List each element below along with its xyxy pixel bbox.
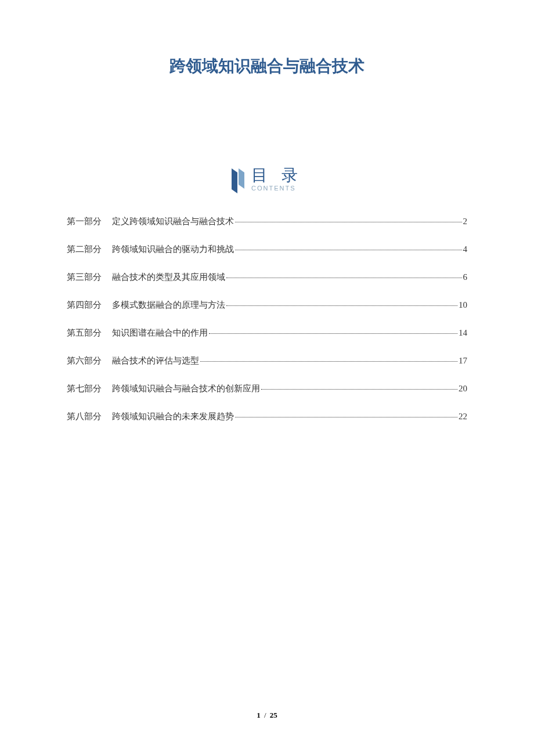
toc-item-title: 定义跨领域知识融合与融合技术 <box>112 216 234 227</box>
toc-page-number: 14 <box>459 328 467 338</box>
toc-entry[interactable]: 第一部分 定义跨领域知识融合与融合技术 2 <box>67 216 467 227</box>
current-page-number: 1 <box>257 711 261 719</box>
toc-part-label: 第四部分 <box>67 300 102 311</box>
toc-header: 目 录 CONTENTS <box>0 167 534 193</box>
toc-item-title: 跨领域知识融合与融合技术的创新应用 <box>112 383 260 394</box>
toc-entry[interactable]: 第五部分 知识图谱在融合中的作用 14 <box>67 327 467 339</box>
toc-item-title: 融合技术的评估与选型 <box>112 355 199 366</box>
toc-page-number: 22 <box>459 412 467 422</box>
toc-page-number: 17 <box>459 356 467 366</box>
toc-part-label: 第一部分 <box>67 216 102 227</box>
toc-item-title: 融合技术的类型及其应用领域 <box>112 272 225 283</box>
toc-banner-icon <box>232 168 246 193</box>
toc-part-label: 第三部分 <box>67 272 102 283</box>
toc-page-number: 4 <box>463 244 468 254</box>
toc-part-label: 第八部分 <box>67 411 102 422</box>
toc-part-label: 第七部分 <box>67 383 102 394</box>
toc-leader-dots <box>209 333 457 334</box>
page-title: 跨领域知识融合与融合技术 <box>0 0 534 77</box>
toc-leader-dots <box>235 250 462 250</box>
toc-entry[interactable]: 第二部分 跨领域知识融合的驱动力和挑战 4 <box>67 244 467 255</box>
toc-leader-dots <box>226 278 462 278</box>
toc-leader-dots <box>200 361 457 362</box>
toc-leader-dots <box>261 389 457 390</box>
toc-heading-cn: 目 录 <box>251 167 302 183</box>
toc-entry[interactable]: 第四部分 多模式数据融合的原理与方法 10 <box>67 300 467 311</box>
toc-part-label: 第二部分 <box>67 244 102 255</box>
toc-leader-dots <box>235 222 462 222</box>
toc-entry[interactable]: 第六部分 融合技术的评估与选型 17 <box>67 355 467 366</box>
page-footer: 1 / 25 <box>0 711 534 720</box>
toc-part-label: 第六部分 <box>67 355 102 366</box>
toc-list: 第一部分 定义跨领域知识融合与融合技术 2 第二部分 跨领域知识融合的驱动力和挑… <box>67 216 467 422</box>
toc-item-title: 多模式数据融合的原理与方法 <box>112 300 225 311</box>
toc-item-title: 跨领域知识融合的未来发展趋势 <box>112 411 234 422</box>
toc-item-title: 跨领域知识融合的驱动力和挑战 <box>112 244 234 255</box>
toc-page-number: 6 <box>463 272 468 282</box>
page-separator: / <box>264 711 266 719</box>
toc-item-title: 知识图谱在融合中的作用 <box>112 327 208 339</box>
toc-entry[interactable]: 第八部分 跨领域知识融合的未来发展趋势 22 <box>67 411 467 422</box>
toc-entry[interactable]: 第七部分 跨领域知识融合与融合技术的创新应用 20 <box>67 383 467 394</box>
toc-leader-dots <box>226 305 457 306</box>
toc-leader-dots <box>235 417 457 417</box>
toc-heading-group: 目 录 CONTENTS <box>251 167 302 192</box>
total-page-count: 25 <box>270 711 277 719</box>
toc-part-label: 第五部分 <box>67 327 102 339</box>
toc-entry[interactable]: 第三部分 融合技术的类型及其应用领域 6 <box>67 272 467 283</box>
toc-page-number: 2 <box>463 217 468 226</box>
toc-heading-en: CONTENTS <box>251 185 296 192</box>
toc-page-number: 20 <box>459 384 467 394</box>
toc-page-number: 10 <box>459 300 467 310</box>
